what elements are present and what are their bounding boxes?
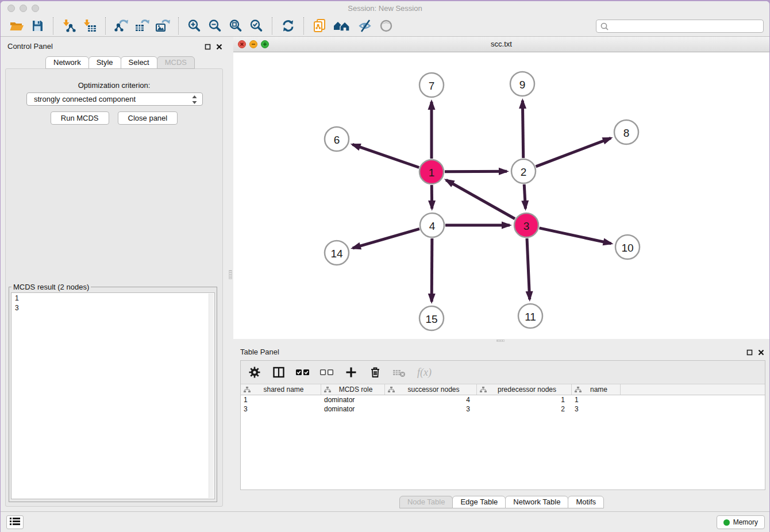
graph-edge-3-10[interactable] <box>539 228 611 244</box>
tab-mcds[interactable]: MCDS <box>157 56 195 69</box>
column-header-successor-nodes[interactable]: successor nodes <box>385 384 477 395</box>
tab-network[interactable]: Network <box>45 56 89 69</box>
svg-text:7: 7 <box>429 80 435 92</box>
graph-node-4[interactable]: 4 <box>420 213 444 237</box>
table-options-icon[interactable] <box>247 365 262 380</box>
table-row[interactable]: 3dominator323 <box>241 404 765 414</box>
frame-close-icon[interactable] <box>238 40 246 48</box>
table-cell: 1 <box>241 395 321 404</box>
graph-edge-2-8[interactable] <box>536 138 611 167</box>
graph-node-8[interactable]: 8 <box>614 120 638 144</box>
add-column-icon[interactable] <box>344 365 359 380</box>
toolbar-separator <box>272 17 272 34</box>
save-session-icon[interactable] <box>28 17 47 35</box>
search-input[interactable] <box>596 20 764 33</box>
run-mcds-button[interactable]: Run MCDS <box>51 111 109 125</box>
deselect-all-rows-icon[interactable] <box>319 365 334 380</box>
table-row[interactable]: 1dominator411 <box>241 395 765 404</box>
graph-node-11[interactable]: 11 <box>518 304 542 328</box>
export-network-icon[interactable] <box>112 17 130 35</box>
splitter-grip[interactable] <box>229 270 232 279</box>
table-cell: 1 <box>477 395 572 404</box>
graph-edge-3-1[interactable] <box>446 180 515 218</box>
float-panel-icon[interactable] <box>746 348 753 358</box>
graph-node-10[interactable]: 10 <box>615 235 640 259</box>
graph-edge-4-15[interactable] <box>432 238 432 302</box>
graph-node-9[interactable]: 9 <box>510 72 534 96</box>
network-title: scc.txt <box>233 37 769 51</box>
list-icon <box>10 517 20 527</box>
memory-button[interactable]: Memory <box>717 515 765 529</box>
export-image-icon[interactable] <box>153 17 172 35</box>
close-panel-button[interactable]: Close panel <box>118 111 178 125</box>
function-builder-icon: f(x) <box>416 365 437 380</box>
refresh-icon[interactable] <box>279 17 297 35</box>
svg-text:3: 3 <box>523 220 530 232</box>
graph-edge-2-3[interactable] <box>524 184 525 209</box>
chevron-updown-icon <box>191 95 198 106</box>
toolbar-separator <box>303 17 304 34</box>
vertical-splitter[interactable] <box>228 37 233 511</box>
mcds-result-group: MCDS result (2 nodes) 1 3 <box>9 283 217 502</box>
mcds-result-lines: 1 3 <box>15 294 211 313</box>
graph-edge-1-2[interactable] <box>445 171 507 172</box>
first-neighbors-icon[interactable] <box>331 17 354 35</box>
zoom-fit-icon[interactable] <box>226 17 245 35</box>
copy-current-style-icon[interactable] <box>310 17 329 35</box>
graph-node-7[interactable]: 7 <box>419 73 444 97</box>
graph-node-6[interactable]: 6 <box>325 127 349 151</box>
column-header-MCDS-role[interactable]: MCDS role <box>321 384 385 395</box>
graph-node-14[interactable]: 14 <box>325 241 349 265</box>
tab-select[interactable]: Select <box>121 56 157 69</box>
show-column-panel-icon[interactable] <box>271 365 286 380</box>
frame-maximize-icon[interactable] <box>261 40 269 48</box>
mcds-result-list[interactable]: 1 3 <box>11 292 215 499</box>
tab-edge-table[interactable]: Edge Table <box>452 496 506 508</box>
float-panel-icon[interactable] <box>205 42 211 52</box>
zoom-out-icon[interactable] <box>206 17 224 35</box>
column-header-shared-name[interactable]: shared name <box>241 384 321 395</box>
graph-node-3[interactable]: 3 <box>514 213 538 237</box>
svg-text:8: 8 <box>623 127 630 139</box>
show-hidden-icon[interactable] <box>377 17 395 35</box>
column-header-name[interactable]: name <box>572 384 621 395</box>
optimization-criterion-label: Optimization criterion: <box>6 81 222 90</box>
select-all-rows-icon[interactable] <box>295 365 310 380</box>
tab-node-table[interactable]: Node Table <box>399 496 453 508</box>
status-bar: Memory <box>1 511 769 532</box>
close-panel-icon[interactable] <box>758 348 764 358</box>
svg-text:11: 11 <box>525 311 536 323</box>
import-table-icon[interactable] <box>80 17 99 35</box>
criterion-select[interactable]: strongly connected component <box>26 92 203 106</box>
zoom-in-icon[interactable] <box>185 17 203 35</box>
table-cell: 1 <box>572 395 621 404</box>
export-table-icon[interactable] <box>133 17 151 35</box>
delete-column-icon[interactable] <box>368 365 383 380</box>
svg-text:10: 10 <box>621 242 633 254</box>
import-network-icon[interactable] <box>60 17 78 35</box>
table-panel-title: Table Panel <box>240 348 279 356</box>
graph-edge-2-9[interactable] <box>522 101 523 158</box>
network-canvas[interactable]: 7968124314101511 <box>233 52 769 338</box>
result-scrollbar[interactable] <box>209 294 214 498</box>
titlebar: Session: New Session <box>1 1 769 16</box>
splitter-grip[interactable] <box>496 340 505 342</box>
graph-edge-1-6[interactable] <box>352 144 419 167</box>
open-session-icon[interactable] <box>7 17 26 35</box>
close-panel-icon[interactable] <box>216 42 222 52</box>
tab-motifs[interactable]: Motifs <box>568 496 604 508</box>
tab-style[interactable]: Style <box>88 56 121 69</box>
graph-node-2[interactable]: 2 <box>511 159 536 183</box>
graph-edge-3-11[interactable] <box>527 238 530 299</box>
graph-node-15[interactable]: 15 <box>419 306 444 330</box>
graph-node-1[interactable]: 1 <box>419 160 444 184</box>
tab-network-table[interactable]: Network Table <box>505 496 568 508</box>
network-frame: scc.txt 7968124314101511 <box>233 37 769 339</box>
task-history-button[interactable] <box>6 515 24 529</box>
zoom-selected-icon[interactable] <box>247 17 265 35</box>
hide-selected-icon[interactable] <box>356 17 375 35</box>
column-header-predecessor-nodes[interactable]: predecessor nodes <box>477 384 572 395</box>
graph-edge-4-14[interactable] <box>353 229 419 248</box>
criterion-value: strongly connected component <box>34 95 136 103</box>
frame-minimize-icon[interactable] <box>249 40 257 48</box>
